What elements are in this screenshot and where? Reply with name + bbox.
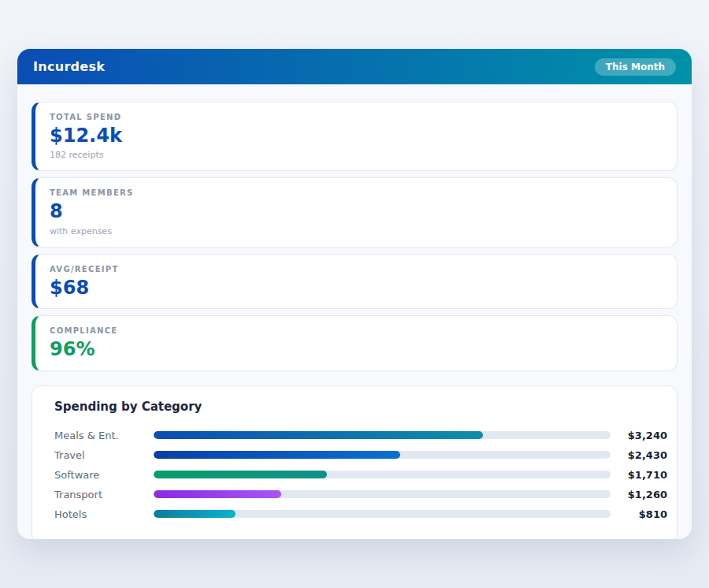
chart-row-meals: Meals & Ent. $3,240 xyxy=(48,426,667,445)
category-label: Travel xyxy=(54,449,154,461)
chart-row-hotels: Hotels $810 xyxy=(48,504,667,524)
chart-row-travel: Travel $2,430 xyxy=(48,445,667,465)
category-value: $810 xyxy=(618,508,667,520)
stat-label: TOTAL SPEND xyxy=(50,113,663,121)
stat-card-compliance: COMPLIANCE 96% xyxy=(32,315,677,370)
bar-track xyxy=(154,471,611,478)
chart-row-transport: Transport $1,260 xyxy=(48,485,667,504)
category-value: $1,710 xyxy=(618,469,667,481)
chart-title: Spending by Category xyxy=(54,400,667,414)
bar-fill xyxy=(154,451,400,459)
bar-fill xyxy=(154,471,327,478)
bar-track xyxy=(154,451,611,459)
bar-fill xyxy=(154,431,483,439)
bar-track xyxy=(154,490,611,498)
stat-value: $68 xyxy=(50,277,663,298)
category-label: Meals & Ent. xyxy=(54,430,154,441)
stat-subtext: with expenses xyxy=(50,226,663,236)
category-value: $2,430 xyxy=(618,449,667,461)
stat-label: TEAM MEMBERS xyxy=(50,188,663,197)
stat-value: 96% xyxy=(50,339,663,359)
app-title: Incurdesk xyxy=(33,59,105,74)
stat-subtext: 182 receipts xyxy=(50,150,663,160)
stat-label: COMPLIANCE xyxy=(50,326,663,335)
stat-value: $12.4k xyxy=(50,125,663,146)
app-header: Incurdesk This Month xyxy=(17,49,692,84)
stat-card-avg-receipt: AVG/RECEIPT $68 xyxy=(32,254,677,309)
chart-row-software: Software $1,710 xyxy=(48,465,667,485)
category-label: Hotels xyxy=(54,508,154,520)
bar-fill xyxy=(154,490,281,498)
stat-card-team-members: TEAM MEMBERS 8 with expenses xyxy=(32,177,677,247)
panel-body: TOTAL SPEND $12.4k 182 receipts TEAM MEM… xyxy=(17,84,692,539)
bar-track xyxy=(154,431,611,439)
period-badge[interactable]: This Month xyxy=(595,58,676,76)
category-value: $1,260 xyxy=(618,489,667,501)
bar-track xyxy=(154,510,611,518)
category-label: Transport xyxy=(54,489,154,501)
category-value: $3,240 xyxy=(618,430,667,441)
dashboard-panel: Incurdesk This Month TOTAL SPEND $12.4k … xyxy=(17,49,692,539)
stat-card-total-spend: TOTAL SPEND $12.4k 182 receipts xyxy=(32,102,677,171)
category-label: Software xyxy=(54,469,154,481)
chart-rows: Meals & Ent. $3,240 Travel $2,430 Softwa… xyxy=(48,426,667,524)
spending-by-category-chart: Spending by Category Meals & Ent. $3,240… xyxy=(32,385,677,539)
stat-label: AVG/RECEIPT xyxy=(50,265,663,274)
stat-value: 8 xyxy=(50,201,663,221)
bar-fill xyxy=(154,510,236,518)
